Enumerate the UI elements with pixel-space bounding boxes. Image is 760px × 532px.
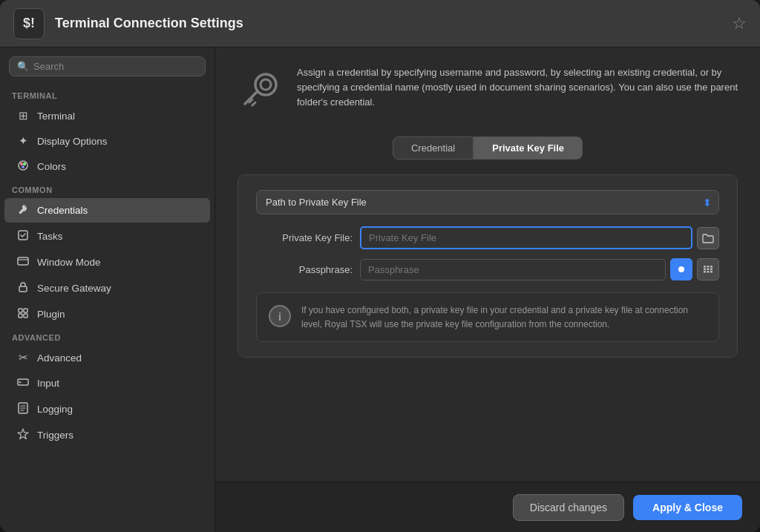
tasks-icon (16, 229, 30, 243)
folder-browse-button[interactable] (697, 227, 719, 249)
svg-point-2 (23, 162, 26, 165)
window-mode-icon (16, 255, 30, 269)
search-icon: 🔍 (17, 61, 29, 72)
svg-rect-10 (24, 314, 27, 318)
credentials-icon (16, 203, 30, 217)
discard-changes-button[interactable]: Discard changes (513, 494, 624, 521)
info-text: If you have configured both, a private k… (301, 303, 707, 331)
colors-icon (16, 160, 30, 174)
sidebar-section-terminal: Terminal (0, 85, 214, 103)
titlebar: $! Terminal Connection Settings ☆ (0, 0, 760, 47)
sidebar-item-display-options-label: Display Options (37, 136, 108, 147)
sidebar-item-tasks-label: Tasks (37, 231, 63, 242)
sidebar-item-logging[interactable]: Logging (4, 397, 210, 421)
main-scroll-area: Assign a credential by specifying userna… (215, 47, 760, 482)
sidebar-item-triggers-label: Triggers (37, 430, 73, 441)
svg-rect-24 (710, 271, 712, 273)
passphrase-row: Passphrase: (256, 258, 719, 280)
input-icon (16, 376, 30, 390)
display-options-icon: ✦ (16, 134, 30, 148)
passphrase-generate-button[interactable] (697, 258, 719, 280)
tabs-container: Credential Private Key File (238, 137, 738, 160)
key-icon-wrap (238, 68, 282, 116)
search-input[interactable] (33, 61, 197, 72)
sidebar: 🔍 Terminal ⊞ Terminal ✦ Display Options (0, 47, 215, 532)
search-container: 🔍 (0, 56, 214, 85)
app-icon: $! (13, 8, 45, 39)
svg-rect-8 (24, 309, 27, 312)
svg-rect-20 (707, 269, 710, 271)
svg-rect-9 (19, 314, 22, 318)
terminal-icon: ⊞ (16, 109, 30, 122)
advanced-icon: ✂ (16, 351, 30, 364)
terminal-connection-settings-window: $! Terminal Connection Settings ☆ 🔍 Term… (0, 0, 760, 532)
sidebar-item-advanced[interactable]: ✂ Advanced (4, 346, 210, 370)
svg-rect-22 (704, 271, 706, 273)
svg-rect-17 (707, 266, 710, 268)
search-box: 🔍 (9, 56, 206, 76)
path-dropdown[interactable]: Path to Private Key File Credential None (256, 190, 719, 214)
sidebar-item-input[interactable]: Input (4, 371, 210, 395)
sidebar-item-advanced-label: Advanced (37, 352, 82, 364)
sidebar-item-credentials[interactable]: Credentials (4, 198, 210, 223)
sidebar-item-logging-label: Logging (37, 404, 73, 415)
info-icon: i (269, 305, 291, 327)
svg-rect-18 (710, 266, 712, 268)
form-panel: Path to Private Key File Credential None… (238, 174, 738, 358)
svg-rect-23 (707, 271, 710, 273)
svg-rect-21 (710, 269, 712, 271)
sidebar-item-credentials-label: Credentials (37, 205, 88, 216)
sidebar-section-advanced: Advanced (0, 327, 214, 345)
sidebar-item-terminal-label: Terminal (37, 111, 75, 122)
bottom-bar: Discard changes Apply & Close (215, 482, 760, 532)
svg-rect-16 (704, 266, 706, 268)
sidebar-item-secure-gateway-label: Secure Gateway (37, 283, 111, 294)
passphrase-label: Passphrase: (256, 264, 353, 275)
logging-icon (16, 402, 30, 416)
sidebar-item-display-options[interactable]: ✦ Display Options (4, 129, 210, 153)
sidebar-item-tasks[interactable]: Tasks (4, 224, 210, 249)
sidebar-item-triggers[interactable]: Triggers (4, 423, 210, 447)
key-icon (238, 68, 282, 113)
svg-rect-5 (18, 257, 28, 265)
private-key-file-label: Private Key File: (256, 232, 353, 243)
favorite-icon[interactable]: ☆ (732, 14, 747, 33)
svg-rect-6 (19, 286, 27, 292)
dropdown-row: Path to Private Key File Credential None… (256, 190, 719, 214)
private-key-file-input-wrap (360, 226, 719, 249)
passphrase-input-wrap (360, 258, 719, 280)
apply-close-button[interactable]: Apply & Close (633, 495, 742, 520)
main-content: Assign a credential by specifying userna… (215, 47, 760, 532)
sidebar-item-window-mode[interactable]: Window Mode (4, 250, 210, 275)
private-key-file-row: Private Key File: (256, 226, 719, 249)
sidebar-item-secure-gateway[interactable]: Secure Gateway (4, 276, 210, 301)
svg-point-14 (261, 79, 271, 90)
secure-gateway-icon (16, 281, 30, 295)
description-text: Assign a credential by specifying userna… (297, 65, 738, 110)
tab-credential[interactable]: Credential (393, 137, 474, 160)
sidebar-item-plugin[interactable]: Plugin (4, 302, 210, 326)
passphrase-input[interactable] (360, 259, 666, 280)
info-box: i If you have configured both, a private… (256, 292, 719, 342)
triggers-icon (16, 428, 30, 442)
description-block: Assign a credential by specifying userna… (238, 65, 738, 116)
svg-rect-7 (19, 309, 22, 312)
private-key-file-input[interactable] (360, 226, 692, 249)
svg-point-15 (678, 266, 684, 272)
svg-point-1 (20, 162, 23, 165)
sidebar-item-plugin-label: Plugin (37, 309, 65, 320)
svg-point-3 (22, 165, 24, 168)
sidebar-section-common: Common (0, 180, 214, 197)
passphrase-reveal-button[interactable] (670, 258, 692, 280)
plugin-icon (16, 307, 30, 321)
dropdown-wrapper: Path to Private Key File Credential None… (256, 190, 719, 214)
svg-rect-19 (704, 269, 706, 271)
sidebar-item-window-mode-label: Window Mode (37, 257, 101, 268)
content-area: 🔍 Terminal ⊞ Terminal ✦ Display Options (0, 47, 760, 532)
sidebar-item-colors[interactable]: Colors (4, 154, 210, 179)
window-title: Terminal Connection Settings (55, 16, 732, 31)
sidebar-item-input-label: Input (37, 378, 59, 389)
sidebar-item-terminal[interactable]: ⊞ Terminal (4, 104, 210, 128)
tab-private-key-file[interactable]: Private Key File (474, 137, 583, 160)
sidebar-item-colors-label: Colors (37, 161, 66, 172)
